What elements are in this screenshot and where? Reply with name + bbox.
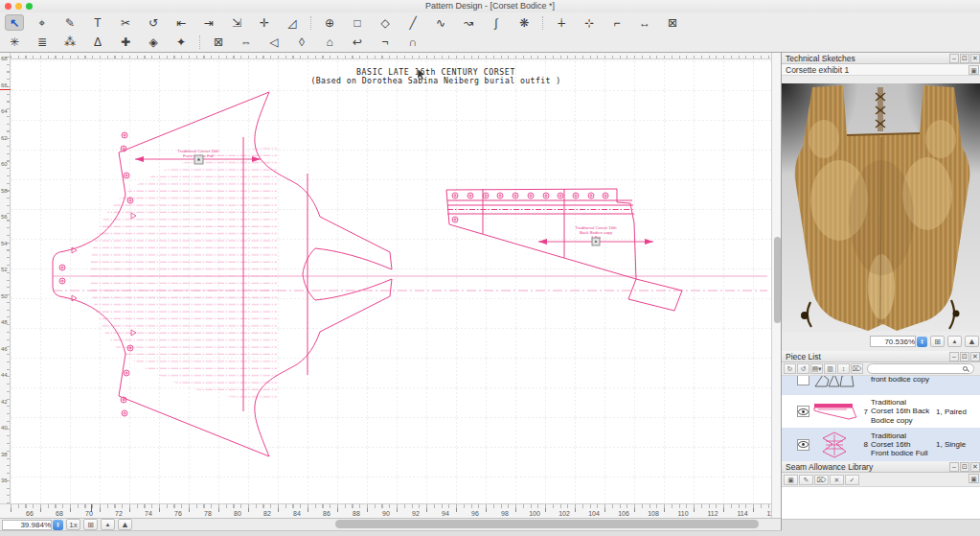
group-tool[interactable]: ❋ [514, 14, 534, 31]
ruler-number: 72 [104, 510, 134, 517]
piece-thumbnail [809, 401, 859, 422]
horizontal-scrollbar-thumb[interactable] [335, 520, 759, 528]
export-spray-tool[interactable]: ⁂ [60, 35, 80, 51]
pencil-line-tool[interactable]: ✎ [60, 14, 80, 31]
piece-search-input[interactable] [867, 363, 974, 374]
workpiece-tool[interactable]: ⌂ [320, 35, 339, 51]
edit-allowance-button[interactable]: ✎ [799, 475, 813, 485]
sketch-item-row[interactable]: Corsette exhibit 1 ▣ [782, 64, 980, 76]
sketch-zoom-in-button[interactable]: ▲ [965, 336, 979, 347]
panel-close-button[interactable]: ✕ [970, 54, 980, 63]
sort-pieces-button[interactable]: ↕ [837, 363, 850, 374]
point-dots-tool[interactable]: ∔ [552, 14, 571, 31]
ruler-number: 100 [520, 510, 550, 517]
intersect-cut-tool[interactable]: ✂ [116, 14, 135, 31]
corner-point-tool[interactable]: ⌐ [607, 14, 627, 31]
arc-corner-tool[interactable]: ∩ [403, 35, 422, 51]
vertical-scrollbar-thumb[interactable] [774, 237, 781, 323]
resize-piece-tool[interactable]: ⇔ [237, 35, 256, 51]
panel-float-button[interactable]: ⊡ [960, 352, 969, 361]
panel-minimize-button[interactable]: – [949, 352, 959, 361]
piece-row[interactable]: front bodice copy [782, 376, 980, 395]
point-y-axis-tool[interactable]: ⇥ [199, 14, 218, 31]
sketch-zoom-input[interactable] [870, 336, 916, 347]
save-allowance-button[interactable]: ▣ [784, 475, 798, 485]
dart-tool[interactable]: Δ [88, 35, 107, 51]
open-group-button[interactable]: ▥ [824, 363, 836, 374]
pattern-canvas[interactable]: 6866646260585654525048464442403836 66687… [0, 53, 781, 518]
piece-visibility-toggle[interactable] [797, 439, 809, 451]
zoom-fit-button[interactable]: ⊞ [83, 519, 98, 530]
apply-button[interactable]: ✓ [845, 475, 859, 485]
mirror-x-tool[interactable]: ◁ [264, 35, 284, 51]
piece-row[interactable]: 7 Traditional Corset 16th Back Bodice co… [782, 395, 980, 428]
panel-close-button[interactable]: ✕ [970, 352, 980, 361]
panel-minimize-button[interactable]: – [949, 462, 959, 472]
zoom-area-tool[interactable]: ⌖ [33, 14, 52, 31]
scale-tool[interactable]: ⇲ [227, 14, 246, 31]
rectangle-tool[interactable]: □ [348, 14, 367, 31]
zoom-original-button[interactable]: 1x [66, 519, 80, 530]
panel-float-button[interactable]: ⊡ [960, 54, 969, 63]
panel-close-button[interactable]: ✕ [970, 462, 980, 472]
ruler-top [11, 53, 771, 59]
hide-all-pieces-button[interactable]: ↺ [797, 363, 809, 374]
point-x-axis-tool[interactable]: ⇤ [171, 14, 191, 31]
perpendicular-point-tool[interactable]: ◿ [283, 14, 302, 31]
image-icon[interactable]: ▣ [969, 474, 979, 483]
panel-minimize-button[interactable]: – [949, 54, 959, 63]
sketch-zoom-out-button[interactable]: ▲ [947, 336, 962, 347]
pleat-fold-tool[interactable]: ≣ [33, 35, 52, 51]
pattern-drawing[interactable]: BASIC LATE 16th CENTURY CORSET (Based on… [11, 60, 771, 503]
horizontal-scrollbar[interactable] [110, 520, 769, 528]
piece-number: 7 [859, 408, 871, 416]
pointer-tool[interactable]: ↖ [5, 14, 24, 31]
point-from-distance-tool[interactable]: ✛ [255, 14, 274, 31]
text-tool[interactable]: T [88, 14, 107, 31]
tool-icon: ╱ [409, 17, 416, 29]
tool-icon: ⇥ [204, 17, 214, 29]
sketch-zoom-stepper[interactable]: ▲▼ [917, 337, 927, 347]
rotate-piece-tool[interactable]: ◊ [292, 35, 311, 51]
ruler-number: 40 [0, 425, 11, 452]
line-segment-tool[interactable]: ╱ [403, 14, 422, 31]
piece-visibility-toggle[interactable] [797, 376, 809, 385]
cancel-button[interactable]: ✕ [830, 475, 844, 485]
cursor-position-marker-y [0, 89, 11, 90]
intersect-xy-tool[interactable]: ⊹ [580, 14, 599, 31]
window-title: Pattern Design - [Corset Bodice *] [0, 1, 980, 11]
image-icon[interactable]: ▣ [969, 65, 979, 75]
panel-float-button[interactable]: ⊡ [960, 462, 969, 472]
tool-icon: ◁ [269, 36, 278, 48]
curve-tool[interactable]: ∿ [431, 14, 450, 31]
undo-move-tool[interactable]: ↩ [348, 35, 367, 51]
piece-visibility-toggle[interactable] [797, 406, 809, 417]
union-tool[interactable]: ✳ [5, 35, 24, 51]
tool-icon: ◈ [148, 36, 157, 48]
corner-angle-tool[interactable]: ¬ [376, 35, 395, 51]
delete-piece-button[interactable]: ⌦ [851, 363, 863, 374]
show-all-pieces-button[interactable]: ↻ [784, 363, 796, 374]
midpoint-tool[interactable]: ↔ [635, 14, 654, 31]
flip-objects-tool[interactable]: ✦ [171, 35, 191, 51]
polygon-tool[interactable]: ◇ [376, 14, 395, 31]
arc-tool[interactable]: ⊕ [320, 14, 339, 31]
sketch-zoom-fit-button[interactable]: ⊞ [930, 336, 945, 347]
triangle-axis-tool[interactable]: ⊠ [663, 14, 682, 31]
rotate-tool[interactable]: ↺ [144, 14, 163, 31]
canvas-zoom-input[interactable] [2, 520, 52, 530]
tool-icon: ◿ [287, 17, 296, 29]
ruler-number: 92 [401, 510, 431, 517]
delete-allowance-button[interactable]: ⌦ [814, 475, 829, 485]
curve-edit-tool[interactable]: ∫ [487, 14, 506, 31]
insert-nodes-tool[interactable]: ⊠ [209, 35, 228, 51]
vertical-scrollbar[interactable] [771, 53, 781, 518]
piece-row[interactable]: 8 Traditional Corset 16th Front bodice F… [782, 428, 980, 461]
rotate-objects-tool[interactable]: ◈ [144, 35, 163, 51]
move-objects-tool[interactable]: ✚ [116, 35, 135, 51]
zoom-stepper[interactable]: ▲▼ [53, 520, 63, 530]
spline-path-tool[interactable]: ↝ [459, 14, 478, 31]
add-group-button[interactable]: ▤▾ [810, 363, 823, 374]
tool-icon: ¬ [381, 36, 388, 48]
ruler-number: 58 [0, 188, 11, 215]
